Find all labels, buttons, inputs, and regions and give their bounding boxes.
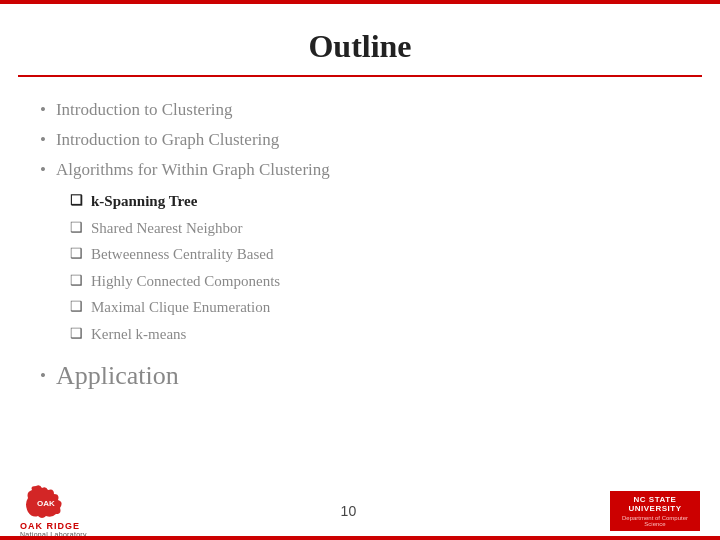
ncstate-dept: Department of Computer Science bbox=[614, 515, 696, 527]
sub-text-highly-connected: Highly Connected Components bbox=[91, 270, 280, 293]
top-border-line bbox=[0, 0, 720, 4]
content-area: • Introduction to Clustering • Introduct… bbox=[0, 77, 720, 401]
application-bullet: • Application bbox=[40, 361, 680, 391]
sub-text-shared-nearest: Shared Nearest Neighbor bbox=[91, 217, 243, 240]
checkbox-kernel-kmeans: ❑ bbox=[70, 323, 83, 344]
checkbox-maximal-clique: ❑ bbox=[70, 296, 83, 317]
ncstate-logo: NC STATE UNIVERSITY Department of Comput… bbox=[610, 491, 700, 531]
main-bullets: • Introduction to Clustering • Introduct… bbox=[40, 95, 680, 184]
page-number: 10 bbox=[341, 503, 357, 519]
bottom-border-line bbox=[0, 536, 720, 540]
bullet-dot-2: • bbox=[40, 128, 46, 152]
slide-title: Outline bbox=[0, 28, 720, 65]
bullet-text-2: Introduction to Graph Clustering bbox=[56, 128, 279, 152]
checkbox-k-spanning: ❑ bbox=[70, 190, 83, 211]
bullet-dot-1: • bbox=[40, 98, 46, 122]
bullet-text-3: Algorithms for Within Graph Clustering bbox=[56, 158, 330, 182]
oak-ridge-line1: OAK RIDGE bbox=[20, 522, 87, 532]
bullet-dot-application: • bbox=[40, 366, 46, 386]
checkbox-betweenness: ❑ bbox=[70, 243, 83, 264]
oak-ridge-icon: OAK bbox=[20, 484, 72, 520]
sub-bullet-shared-nearest: ❑ Shared Nearest Neighbor bbox=[70, 215, 680, 242]
bullet-algorithms: • Algorithms for Within Graph Clustering bbox=[40, 155, 680, 185]
sub-bullet-highly-connected: ❑ Highly Connected Components bbox=[70, 268, 680, 295]
checkbox-highly-connected: ❑ bbox=[70, 270, 83, 291]
oak-ridge-logo: OAK OAK RIDGE National Laboratory bbox=[20, 484, 87, 539]
title-area: Outline bbox=[0, 0, 720, 75]
svg-text:OAK: OAK bbox=[37, 499, 55, 508]
sub-text-betweenness: Betweenness Centrality Based bbox=[91, 243, 273, 266]
sub-bullet-maximal-clique: ❑ Maximal Clique Enumeration bbox=[70, 294, 680, 321]
bullet-text-1: Introduction to Clustering bbox=[56, 98, 233, 122]
bullet-intro-clustering: • Introduction to Clustering bbox=[40, 95, 680, 125]
checkbox-shared-nearest: ❑ bbox=[70, 217, 83, 238]
sub-bullet-k-spanning: ❑ k-Spanning Tree bbox=[70, 188, 680, 215]
sub-bullets: ❑ k-Spanning Tree ❑ Shared Nearest Neigh… bbox=[70, 188, 680, 347]
sub-text-k-spanning: k-Spanning Tree bbox=[91, 190, 197, 213]
sub-text-maximal-clique: Maximal Clique Enumeration bbox=[91, 296, 270, 319]
bullet-dot-3: • bbox=[40, 158, 46, 182]
application-text: Application bbox=[56, 361, 179, 391]
sub-bullet-kernel-kmeans: ❑ Kernel k-means bbox=[70, 321, 680, 348]
sub-bullet-betweenness: ❑ Betweenness Centrality Based bbox=[70, 241, 680, 268]
sub-text-kernel-kmeans: Kernel k-means bbox=[91, 323, 186, 346]
bullet-intro-graph: • Introduction to Graph Clustering bbox=[40, 125, 680, 155]
footer: OAK OAK RIDGE National Laboratory 10 NC … bbox=[0, 482, 720, 540]
slide: Outline • Introduction to Clustering • I… bbox=[0, 0, 720, 540]
ncstate-name: NC STATE UNIVERSITY bbox=[614, 495, 696, 513]
